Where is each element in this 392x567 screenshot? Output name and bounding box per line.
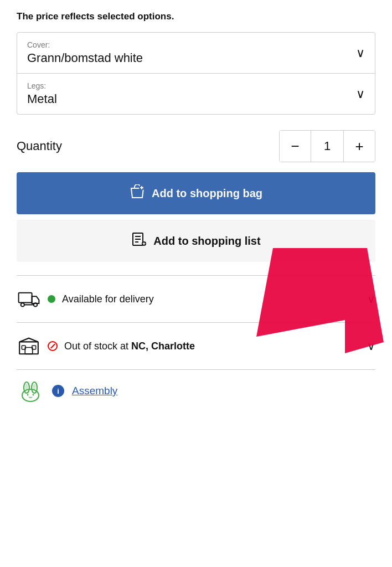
svg-point-22 — [25, 384, 28, 390]
cover-option[interactable]: Cover: Grann/bomstad white ∨ — [17, 33, 375, 74]
options-group: Cover: Grann/bomstad white ∨ Legs: Metal… — [17, 32, 375, 115]
svg-point-25 — [33, 394, 34, 396]
legs-label-group: Legs: Metal — [27, 81, 57, 106]
legs-option[interactable]: Legs: Metal ∨ — [17, 74, 375, 114]
quantity-decrease-button[interactable]: − — [280, 131, 311, 162]
assembly-row: i Assembly — [17, 370, 375, 412]
quantity-increase-button[interactable]: + — [344, 131, 375, 162]
delivery-truck-icon — [17, 287, 41, 311]
add-to-bag-label: Add to shopping bag — [152, 187, 262, 200]
store-row[interactable]: Out of stock at NC, Charlotte ∨ — [17, 323, 375, 370]
svg-rect-10 — [19, 293, 32, 303]
delivery-chevron-icon: ∨ — [367, 292, 375, 306]
available-status-dot — [48, 295, 55, 303]
delivery-text: Available for delivery — [62, 293, 360, 305]
quantity-row: Quantity − 1 + — [17, 130, 375, 162]
legs-label: Legs: — [27, 81, 57, 90]
quantity-label: Quantity — [17, 139, 62, 153]
store-location: NC, Charlotte — [131, 341, 195, 352]
cover-label: Cover: — [27, 40, 143, 49]
add-to-list-label: Add to shopping list — [153, 235, 260, 248]
shopping-list-icon — [131, 232, 147, 250]
cover-chevron-icon: ∨ — [356, 46, 365, 60]
svg-point-23 — [33, 384, 36, 390]
assembly-link[interactable]: Assembly — [72, 385, 117, 397]
svg-point-24 — [27, 394, 29, 396]
price-notice: The price reflects selected options. — [17, 11, 375, 22]
quantity-control: − 1 + — [279, 130, 375, 162]
quantity-value: 1 — [311, 131, 344, 162]
out-of-stock-icon — [48, 341, 58, 351]
add-to-list-button[interactable]: Add to shopping list — [17, 220, 375, 262]
shopping-bag-icon — [130, 184, 145, 202]
cover-value: Grann/bomstad white — [27, 51, 143, 65]
store-building-icon — [17, 334, 41, 358]
svg-point-12 — [34, 303, 37, 306]
store-text: Out of stock at NC, Charlotte — [64, 341, 360, 352]
legs-value: Metal — [27, 92, 57, 106]
svg-rect-16 — [25, 348, 32, 354]
svg-point-11 — [21, 303, 24, 306]
info-circle-icon: i — [52, 385, 64, 397]
delivery-row[interactable]: Available for delivery ∨ — [17, 276, 375, 323]
cover-label-group: Cover: Grann/bomstad white — [27, 40, 143, 65]
info-rows: Available for delivery ∨ Out of stock at… — [17, 275, 375, 370]
legs-chevron-icon: ∨ — [356, 87, 365, 101]
add-to-bag-button[interactable]: Add to shopping bag — [17, 172, 375, 214]
rabbit-icon — [17, 380, 44, 402]
store-chevron-icon: ∨ — [367, 339, 375, 353]
